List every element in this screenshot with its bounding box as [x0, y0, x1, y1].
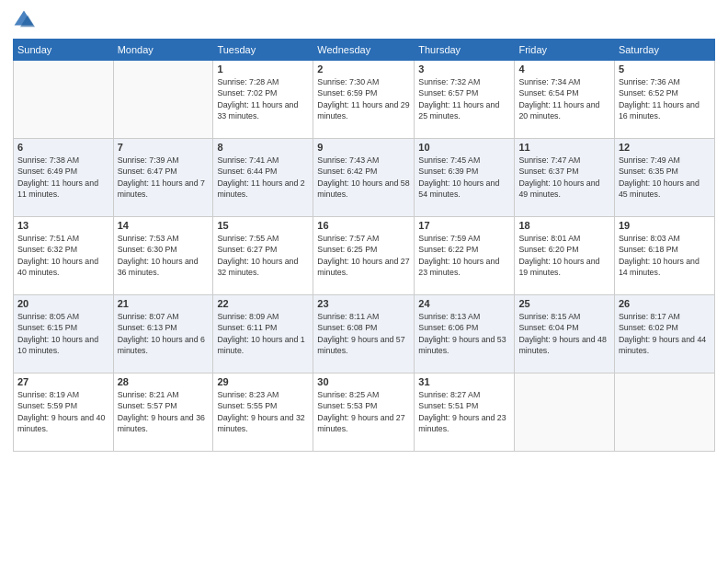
calendar-cell: 2Sunrise: 7:30 AMSunset: 6:59 PMDaylight… — [313, 61, 415, 139]
day-number: 29 — [217, 376, 309, 387]
day-number: 3 — [418, 63, 510, 75]
day-number: 21 — [118, 298, 210, 309]
day-number: 26 — [619, 298, 711, 309]
calendar-cell — [515, 373, 614, 452]
weekday-header-sunday: Sunday — [14, 40, 114, 61]
day-info: Sunrise: 8:25 AMSunset: 5:53 PMDaylight:… — [317, 389, 410, 434]
day-info: Sunrise: 7:49 AMSunset: 6:35 PMDaylight:… — [619, 155, 711, 200]
calendar-cell — [113, 61, 213, 139]
calendar-cell: 8Sunrise: 7:41 AMSunset: 6:44 PMDaylight… — [213, 139, 313, 217]
day-info: Sunrise: 8:23 AMSunset: 5:55 PMDaylight:… — [217, 389, 309, 434]
day-number: 19 — [619, 220, 711, 231]
day-info: Sunrise: 7:39 AMSunset: 6:47 PMDaylight:… — [118, 155, 210, 200]
day-info: Sunrise: 8:03 AMSunset: 6:18 PMDaylight:… — [619, 233, 711, 278]
weekday-header-friday: Friday — [515, 40, 614, 61]
day-info: Sunrise: 7:51 AMSunset: 6:32 PMDaylight:… — [17, 233, 109, 278]
day-number: 2 — [317, 63, 410, 75]
calendar-cell — [14, 61, 114, 139]
day-number: 14 — [118, 220, 210, 231]
day-info: Sunrise: 7:43 AMSunset: 6:42 PMDaylight:… — [317, 155, 410, 200]
day-number: 24 — [418, 298, 510, 309]
day-info: Sunrise: 7:30 AMSunset: 6:59 PMDaylight:… — [317, 76, 410, 121]
calendar-cell: 5Sunrise: 7:36 AMSunset: 6:52 PMDaylight… — [614, 61, 714, 139]
day-number: 28 — [118, 376, 210, 387]
calendar-cell: 9Sunrise: 7:43 AMSunset: 6:42 PMDaylight… — [313, 139, 415, 217]
day-info: Sunrise: 8:13 AMSunset: 6:06 PMDaylight:… — [418, 311, 510, 356]
calendar: SundayMondayTuesdayWednesdayThursdayFrid… — [13, 39, 715, 452]
day-info: Sunrise: 8:15 AMSunset: 6:04 PMDaylight:… — [518, 311, 609, 356]
calendar-cell: 14Sunrise: 7:53 AMSunset: 6:30 PMDayligh… — [113, 217, 213, 295]
day-number: 17 — [418, 220, 510, 231]
weekday-header-row: SundayMondayTuesdayWednesdayThursdayFrid… — [14, 40, 715, 61]
day-info: Sunrise: 8:11 AMSunset: 6:08 PMDaylight:… — [317, 311, 410, 356]
day-info: Sunrise: 8:05 AMSunset: 6:15 PMDaylight:… — [17, 311, 109, 356]
day-info: Sunrise: 8:01 AMSunset: 6:20 PMDaylight:… — [518, 233, 609, 278]
calendar-cell: 6Sunrise: 7:38 AMSunset: 6:49 PMDaylight… — [14, 139, 114, 217]
week-row-1: 1Sunrise: 7:28 AMSunset: 7:02 PMDaylight… — [14, 61, 715, 139]
calendar-cell: 12Sunrise: 7:49 AMSunset: 6:35 PMDayligh… — [614, 139, 714, 217]
day-info: Sunrise: 7:55 AMSunset: 6:27 PMDaylight:… — [217, 233, 309, 278]
day-number: 23 — [317, 298, 410, 309]
weekday-header-wednesday: Wednesday — [313, 40, 415, 61]
day-number: 31 — [418, 376, 510, 387]
day-info: Sunrise: 8:27 AMSunset: 5:51 PMDaylight:… — [418, 389, 510, 434]
calendar-cell: 22Sunrise: 8:09 AMSunset: 6:11 PMDayligh… — [213, 295, 313, 373]
week-row-5: 27Sunrise: 8:19 AMSunset: 5:59 PMDayligh… — [14, 373, 715, 452]
calendar-cell — [614, 373, 714, 452]
day-info: Sunrise: 8:21 AMSunset: 5:57 PMDaylight:… — [118, 389, 210, 434]
calendar-cell: 27Sunrise: 8:19 AMSunset: 5:59 PMDayligh… — [14, 373, 114, 452]
week-row-3: 13Sunrise: 7:51 AMSunset: 6:32 PMDayligh… — [14, 217, 715, 295]
day-number: 20 — [17, 298, 109, 309]
day-info: Sunrise: 7:34 AMSunset: 6:54 PMDaylight:… — [518, 76, 609, 121]
calendar-cell: 4Sunrise: 7:34 AMSunset: 6:54 PMDaylight… — [515, 61, 614, 139]
day-info: Sunrise: 8:07 AMSunset: 6:13 PMDaylight:… — [118, 311, 210, 356]
calendar-cell: 28Sunrise: 8:21 AMSunset: 5:57 PMDayligh… — [113, 373, 213, 452]
day-number: 6 — [17, 142, 109, 153]
day-info: Sunrise: 7:28 AMSunset: 7:02 PMDaylight:… — [217, 76, 309, 121]
week-row-4: 20Sunrise: 8:05 AMSunset: 6:15 PMDayligh… — [14, 295, 715, 373]
day-info: Sunrise: 7:41 AMSunset: 6:44 PMDaylight:… — [217, 155, 309, 200]
day-info: Sunrise: 8:19 AMSunset: 5:59 PMDaylight:… — [17, 389, 109, 434]
day-info: Sunrise: 8:09 AMSunset: 6:11 PMDaylight:… — [217, 311, 309, 356]
calendar-cell: 31Sunrise: 8:27 AMSunset: 5:51 PMDayligh… — [415, 373, 515, 452]
calendar-cell: 7Sunrise: 7:39 AMSunset: 6:47 PMDaylight… — [113, 139, 213, 217]
day-info: Sunrise: 7:32 AMSunset: 6:57 PMDaylight:… — [418, 76, 510, 121]
calendar-cell: 20Sunrise: 8:05 AMSunset: 6:15 PMDayligh… — [14, 295, 114, 373]
weekday-header-tuesday: Tuesday — [213, 40, 313, 61]
calendar-cell: 13Sunrise: 7:51 AMSunset: 6:32 PMDayligh… — [14, 217, 114, 295]
calendar-cell: 11Sunrise: 7:47 AMSunset: 6:37 PMDayligh… — [515, 139, 614, 217]
day-info: Sunrise: 7:36 AMSunset: 6:52 PMDaylight:… — [619, 76, 711, 121]
calendar-cell: 1Sunrise: 7:28 AMSunset: 7:02 PMDaylight… — [213, 61, 313, 139]
day-number: 5 — [619, 63, 711, 75]
day-number: 27 — [17, 376, 109, 387]
day-number: 9 — [317, 142, 410, 153]
calendar-cell: 17Sunrise: 7:59 AMSunset: 6:22 PMDayligh… — [415, 217, 515, 295]
calendar-cell: 30Sunrise: 8:25 AMSunset: 5:53 PMDayligh… — [313, 373, 415, 452]
logo-icon — [13, 9, 35, 31]
calendar-cell: 21Sunrise: 8:07 AMSunset: 6:13 PMDayligh… — [113, 295, 213, 373]
page: SundayMondayTuesdayWednesdayThursdayFrid… — [0, 0, 728, 563]
day-info: Sunrise: 7:45 AMSunset: 6:39 PMDaylight:… — [418, 155, 510, 200]
day-number: 12 — [619, 142, 711, 153]
calendar-cell: 19Sunrise: 8:03 AMSunset: 6:18 PMDayligh… — [614, 217, 714, 295]
day-number: 30 — [317, 376, 410, 387]
weekday-header-thursday: Thursday — [415, 40, 515, 61]
day-number: 11 — [518, 142, 609, 153]
day-info: Sunrise: 7:38 AMSunset: 6:49 PMDaylight:… — [17, 155, 109, 200]
calendar-cell: 26Sunrise: 8:17 AMSunset: 6:02 PMDayligh… — [614, 295, 714, 373]
day-number: 18 — [518, 220, 609, 231]
day-number: 1 — [217, 63, 309, 75]
day-info: Sunrise: 7:57 AMSunset: 6:25 PMDaylight:… — [317, 233, 410, 278]
day-number: 25 — [518, 298, 609, 309]
day-number: 4 — [518, 63, 609, 75]
day-number: 16 — [317, 220, 410, 231]
day-number: 8 — [217, 142, 309, 153]
calendar-cell: 18Sunrise: 8:01 AMSunset: 6:20 PMDayligh… — [515, 217, 614, 295]
day-number: 10 — [418, 142, 510, 153]
day-info: Sunrise: 7:47 AMSunset: 6:37 PMDaylight:… — [518, 155, 609, 200]
day-info: Sunrise: 7:53 AMSunset: 6:30 PMDaylight:… — [118, 233, 210, 278]
calendar-cell: 10Sunrise: 7:45 AMSunset: 6:39 PMDayligh… — [415, 139, 515, 217]
logo — [13, 9, 39, 31]
weekday-header-saturday: Saturday — [614, 40, 714, 61]
calendar-cell: 16Sunrise: 7:57 AMSunset: 6:25 PMDayligh… — [313, 217, 415, 295]
